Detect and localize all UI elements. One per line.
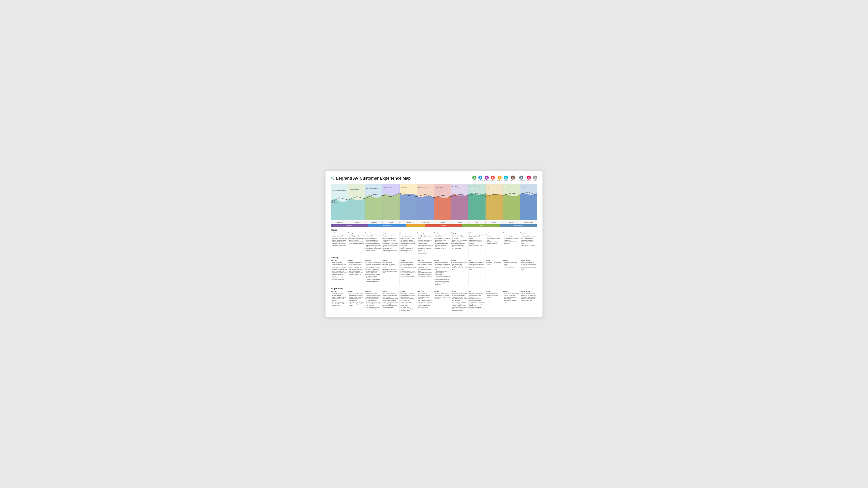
list-item: Looks for pricing, tech specs, CAD files… <box>365 245 381 248</box>
list-item: Show product availability to reduce call… <box>400 293 416 298</box>
col-header: Staging <box>452 232 467 234</box>
persona-untitled: Untitled <box>533 175 537 182</box>
list-item: Utilizes brand website for specification… <box>382 238 399 243</box>
list-item: Wonders why the return has not been proc… <box>503 265 519 269</box>
list-item: Second invoice arrives via email <box>486 238 502 241</box>
persona-label: Untitled <box>533 180 537 182</box>
list-item: Standardize access to allow for easier r… <box>469 293 485 298</box>
emotion-curve: Product Brand Recognition In-Person Trai… <box>331 184 537 220</box>
list-item: Frustrated when delay is unexpected or n… <box>434 270 450 275</box>
list-item: Frustrated when brand reps are directly … <box>348 272 364 275</box>
content-col-tracking: TrackingReviewing email confirmation and… <box>434 232 451 255</box>
svg-text:Customer Install Support: Customer Install Support <box>469 186 482 188</box>
list-item: Happy that online learning exists becaus… <box>348 262 364 267</box>
stage-label-training: Training <box>348 221 365 224</box>
content-col-estimate: EstimateSatisfied that all pricing is co… <box>400 260 417 286</box>
stage-label-returns: Returns <box>503 221 520 224</box>
persona-label: Hi-End User <box>510 180 516 182</box>
header: 🔍 Legrand AV Customer Experience Map Sal… <box>331 175 537 182</box>
list-item: Frustrated about having need to train in… <box>434 275 450 279</box>
col-header: Design <box>382 291 399 292</box>
col-header: Returns <box>503 291 519 292</box>
doing-grid: New ClientCompleting dealer application … <box>331 232 537 255</box>
persona-installer: Installer <box>504 175 508 182</box>
col-header: Estimate <box>400 232 416 234</box>
phase-purchase: Purchase <box>425 224 462 227</box>
list-item: Emailing quotes to customer care and wai… <box>400 241 416 246</box>
list-item: Satisfied that all pricing is communicat… <box>400 262 416 265</box>
list-item: Looks online for product solutions <box>382 234 399 238</box>
list-item: Needs credit approval when there is a pr… <box>417 275 433 279</box>
stage-label-field: Field <box>468 221 486 224</box>
list-item: Satisfied with receiving confirmation an… <box>417 267 433 272</box>
list-item: Builds out design with online tools (eit… <box>382 246 399 253</box>
list-item: Consider a direct connect for design sup… <box>382 298 399 305</box>
personas-row: Sales Manager Specifier Engineer Purchas… <box>472 175 537 182</box>
list-item: Frustrated by not finding recommended pr… <box>382 264 399 269</box>
list-item: Creating one purchase order for products… <box>417 234 433 239</box>
list-item: Standardize sales arrangements for all L… <box>400 306 416 312</box>
col-header: Staging <box>452 291 467 292</box>
search-icon[interactable]: 🔍 <box>331 177 334 180</box>
svg-text:Product Tracking: Product Tracking <box>435 187 443 188</box>
list-item: Provide a way to check orders for possib… <box>452 293 467 296</box>
phase-post-purchase: Post Purchase <box>500 224 537 227</box>
opportunity-grid: New ClientSimplify the process for becom… <box>331 291 537 312</box>
content-col-staging: StagingProvide a way to check orders for… <box>452 291 469 312</box>
svg-point-3 <box>492 176 493 177</box>
phase-specification: Specification <box>368 224 405 227</box>
list-item: Simplify the process for becoming a deal… <box>331 293 347 296</box>
list-item: Amplify the in-person training and 1:1 s… <box>348 293 364 296</box>
list-item: May receive a call or email for order ho… <box>434 238 450 243</box>
content-col-new-client: New ClientCompleting dealer application … <box>331 232 348 255</box>
list-item: Most orders sent to customercare@legrand… <box>417 243 433 248</box>
list-item: Give realistic delivery dates and update… <box>452 301 467 308</box>
col-header: Training <box>348 291 364 292</box>
list-item: Hopeful for a positive interaction becau… <box>331 262 347 267</box>
content-col-invoice: InvoiceFirst invoice arrives after shipm… <box>486 232 503 255</box>
col-header: Invoice <box>486 291 502 292</box>
list-item: Make more support materials available fo… <box>520 298 536 301</box>
list-item: Happy they can return the product <box>503 262 519 265</box>
list-item: Wonders why they cannot pay online <box>469 267 485 270</box>
list-item: Calls or emails customer care for order … <box>417 251 433 255</box>
list-item: Relieved he was able to talk to someone … <box>469 262 485 267</box>
content-col-field: FieldRelieved he was able to talk to som… <box>469 260 486 286</box>
col-header: Field <box>469 260 485 261</box>
phase-bar: Partner Specification Purchase Install P… <box>331 224 537 227</box>
content-col-training: TrainingAmplify the in-person training a… <box>348 291 365 312</box>
content-col-order-entry: Order EntryProvide immediate confirmatio… <box>417 291 434 312</box>
col-header: New Client <box>331 260 347 261</box>
stage-label-design: Design <box>382 221 400 224</box>
persona-label: Manager <box>478 180 483 182</box>
list-item: Wonders if an engineering contact would … <box>365 269 381 274</box>
list-item: Structure pricing to allow for immediate… <box>331 296 347 302</box>
persona-label: Low End User <box>518 180 525 182</box>
stage-label-research: Research <box>365 221 382 224</box>
list-item: Completing dealer application to purchas… <box>331 234 347 238</box>
list-item: Telling staff to stay up-to-date with ne… <box>348 238 364 241</box>
list-item: Happy to only create a single order for … <box>417 262 433 267</box>
content-col-design: DesignUnsure of optionsFrustrated by not… <box>382 260 400 286</box>
persona-engineer: Engineer <box>491 175 495 182</box>
feeling-title: Feeling <box>331 256 537 259</box>
content-col-returns: ReturnsHappy they can return the product… <box>503 260 520 286</box>
list-item: Annoyed by duplicate effort in invoicing <box>486 262 502 265</box>
svg-text:Accepting Returns: Accepting Returns <box>504 186 513 188</box>
svg-text:Ongoing Support: Ongoing Support <box>521 186 529 188</box>
list-item: Gets technical support or rep for help w… <box>382 243 399 246</box>
svg-point-1 <box>480 176 481 177</box>
list-item: Frustrated that Excel sheets have most c… <box>400 265 416 270</box>
col-header: Training <box>348 260 364 261</box>
phase-estimate <box>406 224 425 227</box>
list-item: Can't rely on published prices <box>400 275 416 277</box>
col-header: Tracking <box>434 260 450 261</box>
list-item: Sending staff through training classes o… <box>348 234 364 238</box>
persona-changed: Changed <box>527 175 531 182</box>
list-item: Frustrated by incomplete orders because … <box>434 265 450 270</box>
list-item: Allow staff to manually enter rush proje… <box>452 296 467 302</box>
col-header: Order Entry <box>417 260 433 261</box>
svg-text:Expectations: Expectations <box>331 202 337 203</box>
svg-point-4 <box>499 176 500 177</box>
list-item: Schedule quarterly meetings with account… <box>520 293 536 298</box>
